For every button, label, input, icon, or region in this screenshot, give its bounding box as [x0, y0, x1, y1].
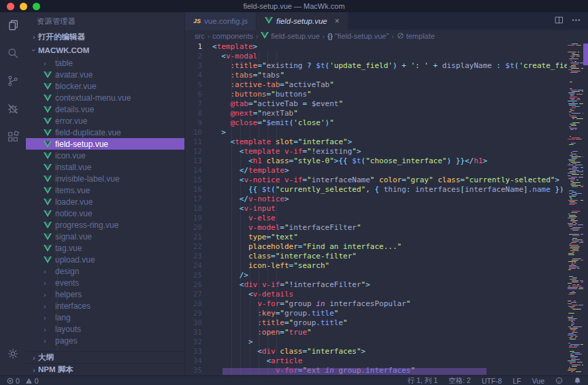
warning-icon [25, 378, 33, 384]
tree-file-items.vue[interactable]: items.vue [26, 184, 184, 196]
tree-folder-lang[interactable]: ›lang [26, 312, 184, 323]
horizontal-scrollbar[interactable] [223, 368, 487, 375]
line-number: 29 [185, 309, 212, 318]
tree-folder-table[interactable]: ›table [26, 57, 184, 69]
chevron-right-icon: › [44, 279, 52, 287]
outline-section[interactable]: › 大纲 [26, 351, 184, 363]
tree-folder-design[interactable]: ›design [26, 265, 184, 277]
encoding[interactable]: UTF-8 [482, 377, 502, 385]
tree-file-notice.vue[interactable]: notice.vue [26, 207, 184, 219]
tree-file-blocker.vue[interactable]: blocker.vue [26, 80, 184, 92]
breadcrumb-components[interactable]: components [212, 32, 253, 40]
tree-folder-layouts[interactable]: ›layouts [26, 323, 184, 335]
breadcrumb-field-setup.vue[interactable]: {}"field-setup.vue" [327, 32, 389, 40]
breadcrumb-template[interactable]: template [397, 32, 435, 41]
tree-folder-pages[interactable]: ›pages [26, 335, 184, 346]
chevron-right-icon: › [323, 33, 325, 40]
line-number: 11 [185, 137, 212, 147]
line-number: 21 [185, 233, 212, 242]
window-title: field-setup.vue — MacWk.com [0, 2, 588, 10]
problems-warnings[interactable]: 0 [25, 377, 39, 385]
close-icon[interactable]: × [335, 16, 340, 26]
vue-icon [44, 256, 52, 263]
indentation[interactable]: 空格: 2 [448, 376, 471, 385]
breadcrumb-field-setup.vue[interactable]: field-setup.vue [261, 32, 320, 40]
vue-icon [44, 199, 52, 205]
activity-search[interactable] [0, 40, 26, 68]
activity-extensions[interactable] [0, 124, 26, 152]
cursor-position[interactable]: 行 1, 列 1 [408, 376, 438, 385]
tree-item-label: design [55, 267, 79, 276]
tree-file-avatar.vue[interactable]: avatar.vue [26, 69, 184, 80]
vue-icon [44, 245, 52, 252]
tree-file-error.vue[interactable]: error.vue [26, 115, 184, 127]
vertical-scrollbar[interactable] [583, 42, 588, 375]
tree-file-field-setup.vue[interactable]: field-setup.vue [26, 138, 184, 150]
activity-settings[interactable] [0, 341, 26, 369]
tree-item-label: pages [55, 336, 78, 346]
code-line: 28 v-for="group in interfacesPopular" [185, 299, 567, 309]
code-line: 17 </v-notice> [185, 195, 567, 204]
open-editors-section[interactable]: › 打开的编辑器 [26, 30, 184, 44]
tree-item-label: details.vue [55, 105, 94, 114]
activity-bar [0, 12, 26, 375]
more-actions-icon[interactable] [571, 15, 581, 28]
explorer-header: 资源管理器 [26, 12, 184, 30]
code-line: 23 class="interface-filter" [185, 252, 567, 261]
tree-file-details.vue[interactable]: details.vue [26, 103, 184, 115]
activity-debug[interactable] [0, 96, 26, 124]
close-window-button[interactable] [7, 3, 14, 10]
chevron-right-icon: › [44, 290, 52, 299]
tree-file-invisible-label.vue[interactable]: invisible-label.vue [26, 173, 184, 184]
zoom-window-button[interactable] [33, 3, 40, 10]
tab-field-setup.vue[interactable]: field-setup.vue× [257, 12, 348, 30]
line-number: 23 [185, 252, 212, 261]
chevron-right-icon: › [44, 302, 52, 310]
tree-file-install.vue[interactable]: install.vue [26, 161, 184, 173]
code-editor[interactable]: 1<template>2 <v-modal3 :title="existing … [185, 42, 588, 375]
tree-file-field-duplicate.vue[interactable]: field-duplicate.vue [26, 127, 184, 138]
feedback-icon[interactable] [555, 377, 563, 384]
minimize-window-button[interactable] [20, 3, 27, 10]
search-icon [6, 46, 20, 63]
tree-item-label: field-duplicate.vue [55, 128, 121, 137]
bell-icon[interactable] [574, 377, 581, 384]
workspace-root-section[interactable]: › MACWK.COM [26, 44, 184, 57]
activity-explorer[interactable] [0, 12, 26, 40]
tab-vue.config.js[interactable]: JSvue.config.js [185, 12, 257, 30]
vue-icon [44, 95, 52, 101]
code-line: 4 :tabs="tabs" [185, 71, 567, 80]
tree-file-loader.vue[interactable]: loader.vue [26, 196, 184, 207]
tree-item-label: install.vue [55, 163, 91, 172]
tree-file-progress-ring.vue[interactable]: progress-ring.vue [26, 219, 184, 231]
code-line: 3 :title="existing ? $t('update_field') … [185, 61, 567, 71]
vue-icon [44, 118, 52, 124]
tree-file-tag.vue[interactable]: tag.vue [26, 242, 184, 254]
scrollbar-thumb[interactable] [583, 44, 588, 65]
tree-folder-interfaces[interactable]: ›interfaces [26, 300, 184, 312]
tree-file-contextual-menu.vue[interactable]: contextual-menu.vue [26, 92, 184, 103]
code-line: 20 v-model="interfaceFilter" [185, 223, 567, 233]
line-number: 25 [185, 271, 212, 280]
tree-item-label: notice.vue [55, 209, 93, 218]
activity-source-control[interactable] [0, 68, 26, 96]
tree-folder-events[interactable]: ›events [26, 277, 184, 288]
line-number: 17 [185, 195, 212, 204]
language-mode[interactable]: Vue [532, 377, 544, 385]
split-editor-icon[interactable] [554, 15, 564, 28]
breadcrumb-src[interactable]: src [195, 32, 205, 40]
code-line: 13 <h1 class="style-0">{{ $t("choose_int… [185, 156, 567, 166]
tree-file-signal.vue[interactable]: signal.vue [26, 231, 184, 242]
problems-errors[interactable]: 0 [7, 377, 20, 385]
chevron-right-icon: › [30, 354, 38, 362]
eol-sequence[interactable]: LF [512, 377, 521, 385]
breadcrumb-label: src [195, 32, 205, 40]
tree-file-icon.vue[interactable]: icon.vue [26, 150, 184, 161]
minimap[interactable] [567, 42, 583, 375]
code-line: 10 > [185, 128, 567, 137]
line-number: 15 [185, 175, 212, 185]
breadcrumb-label: "field-setup.vue" [335, 32, 389, 40]
tree-file-upload.vue[interactable]: upload.vue [26, 254, 184, 265]
tree-folder-helpers[interactable]: ›helpers [26, 288, 184, 300]
npm-scripts-section[interactable]: › NPM 脚本 [26, 363, 184, 375]
